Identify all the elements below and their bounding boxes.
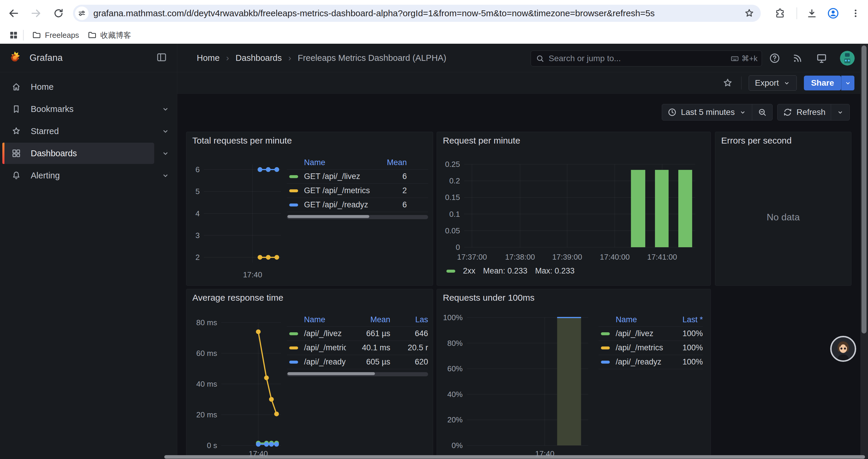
- dashboard-content: Last 5 minutes Refresh: [177, 94, 868, 459]
- legend-col-last[interactable]: Last *: [669, 315, 703, 324]
- legend-scrollbar[interactable]: [287, 372, 428, 376]
- refresh-interval-caret[interactable]: [831, 104, 849, 120]
- time-range-label: Last 5 minutes: [681, 107, 735, 117]
- breadcrumb: Home › Dashboards › Freeleaps Metrics Da…: [197, 44, 446, 72]
- forward-icon[interactable]: [30, 7, 42, 20]
- actions-divider: [741, 76, 742, 90]
- news-rss-icon[interactable]: [791, 52, 804, 64]
- svg-text:17:40:00: 17:40:00: [600, 253, 629, 261]
- svg-text:80%: 80%: [447, 339, 463, 348]
- breadcrumb-separator: ›: [288, 53, 291, 63]
- sidebar-item-alerting[interactable]: Alerting: [2, 165, 154, 186]
- legend-row[interactable]: /api/_/metrics 100%: [598, 340, 703, 355]
- legend-row[interactable]: GET /api/_/metrics 2: [287, 184, 428, 198]
- panel-title[interactable]: Request per minute: [443, 136, 520, 145]
- apps-grid-icon[interactable]: [7, 29, 20, 42]
- legend-row[interactable]: /api/_/readyz 605 µs 620: [287, 355, 428, 369]
- legend-row[interactable]: GET /api/_/livez 6: [287, 169, 428, 184]
- legend-row[interactable]: GET /api/_/readyz 6: [287, 198, 428, 212]
- share-menu-caret[interactable]: [841, 76, 855, 90]
- download-icon[interactable]: [805, 7, 818, 20]
- keyboard-icon: [730, 54, 739, 63]
- series-swatch: [289, 203, 298, 206]
- series-swatch: [289, 175, 298, 178]
- sidebar-item-label: Home: [31, 82, 54, 92]
- vertical-scrollbar-thumb[interactable]: [862, 45, 867, 333]
- sidebar-collapse-icon[interactable]: [156, 52, 167, 63]
- panel-errors-per-second: Errors per second No data: [715, 132, 851, 286]
- panel-title[interactable]: Errors per second: [721, 136, 792, 145]
- legend-row[interactable]: /api/_/readyz 100%: [598, 355, 703, 369]
- reload-icon[interactable]: [52, 7, 65, 20]
- series-swatch: [601, 347, 610, 350]
- profile-icon[interactable]: [827, 7, 840, 20]
- legend-col-last[interactable]: Las: [390, 315, 428, 324]
- user-avatar[interactable]: [840, 51, 855, 66]
- time-range-picker[interactable]: Last 5 minutes: [662, 104, 752, 120]
- legend-header: Name Mean Las: [287, 313, 428, 326]
- screen: grafana.mathmast.com/d/deytv4rwavabkb/fr…: [0, 0, 868, 459]
- legend-col-name[interactable]: Name: [616, 315, 669, 324]
- legend-table: Name Mean GET /api/_/livez 6 GET /api/_/…: [287, 156, 428, 219]
- legend-scrollbar[interactable]: [287, 215, 428, 219]
- breadcrumb-home[interactable]: Home: [197, 53, 219, 63]
- sidebar-item-label: Starred: [31, 126, 59, 136]
- share-button[interactable]: Share: [804, 76, 841, 90]
- sidebar-item-dashboards[interactable]: Dashboards: [2, 143, 154, 164]
- bookmark-folder-freeleaps[interactable]: Freeleaps: [28, 29, 83, 42]
- bell-icon: [11, 170, 21, 181]
- url-bar[interactable]: grafana.mathmast.com/d/deytv4rwavabkb/fr…: [73, 5, 761, 22]
- svg-text:0.1: 0.1: [450, 210, 460, 219]
- legend-col-name[interactable]: Name: [304, 158, 383, 167]
- bookmark-folder-blogs[interactable]: 收藏博客: [83, 28, 135, 42]
- legend-inline[interactable]: 2xx Mean: 0.233 Max: 0.233: [446, 266, 575, 275]
- svg-text:0.05: 0.05: [445, 226, 460, 235]
- site-settings-icon[interactable]: [75, 6, 89, 20]
- chevron-down-icon[interactable]: [159, 169, 172, 182]
- panel-title[interactable]: Requests under 100ms: [443, 293, 534, 303]
- back-icon[interactable]: [7, 7, 20, 20]
- bookmark-star-icon[interactable]: [744, 8, 755, 19]
- zoom-out-icon: [757, 107, 767, 117]
- chevron-down-icon: [844, 79, 852, 87]
- brand-title: Grafana: [30, 53, 63, 63]
- sidebar-item-home[interactable]: Home: [2, 76, 154, 97]
- star-icon: [11, 126, 21, 136]
- breadcrumb-dashboards[interactable]: Dashboards: [236, 53, 282, 63]
- tv-kiosk-icon[interactable]: [815, 52, 828, 64]
- export-button[interactable]: Export: [749, 75, 797, 91]
- chevron-down-icon[interactable]: [159, 147, 172, 159]
- svg-text:80 ms: 80 ms: [196, 318, 217, 327]
- series-swatch: [289, 347, 298, 350]
- legend-row[interactable]: /api/_/livez 661 µs 646: [287, 326, 428, 340]
- assistant-avatar-button[interactable]: [830, 336, 856, 362]
- sidebar-item-bookmarks[interactable]: Bookmarks: [2, 98, 154, 120]
- svg-text:40%: 40%: [447, 390, 463, 399]
- help-icon[interactable]: [769, 52, 781, 64]
- bookmarks-divider: [23, 30, 24, 40]
- legend-col-mean[interactable]: Mean: [346, 315, 390, 324]
- svg-text:6: 6: [195, 165, 200, 174]
- chevron-down-icon[interactable]: [159, 125, 172, 137]
- legend-col-mean[interactable]: Mean: [383, 158, 407, 167]
- legend-col-name[interactable]: Name: [304, 315, 346, 324]
- grafana-logo[interactable]: [8, 51, 22, 65]
- refresh-button[interactable]: Refresh: [778, 104, 831, 120]
- legend-row[interactable]: /api/_/livez 100%: [598, 326, 703, 340]
- request-per-minute-chart[interactable]: 0.250.20.150.10.05017:37:0017:38:0017:39…: [437, 132, 711, 285]
- menu-kebab-icon[interactable]: [849, 7, 862, 20]
- vertical-scrollbar[interactable]: [860, 44, 868, 459]
- legend-row[interactable]: /api/_/metrics 40.1 ms 20.5 r: [287, 340, 428, 355]
- favorite-star-icon[interactable]: [721, 76, 734, 90]
- sidebar-item-starred[interactable]: Starred: [2, 121, 154, 142]
- url-text[interactable]: grafana.mathmast.com/d/deytv4rwavabkb/fr…: [93, 8, 744, 18]
- extensions-icon[interactable]: [773, 7, 786, 20]
- series-mean: Mean: 0.233: [483, 266, 527, 275]
- panel-request-per-minute: Request per minute 0.250.20.150.10.05017…: [437, 132, 711, 286]
- legend-table: Name Last * /api/_/livez 100% /api/_/met…: [598, 313, 703, 369]
- panel-title[interactable]: Total requests per minute: [192, 136, 292, 145]
- panel-title[interactable]: Average response time: [192, 293, 283, 303]
- chevron-down-icon[interactable]: [159, 103, 172, 115]
- zoom-out-button[interactable]: [752, 104, 772, 120]
- search-input[interactable]: Search or jump to... ⌘+k: [531, 51, 762, 66]
